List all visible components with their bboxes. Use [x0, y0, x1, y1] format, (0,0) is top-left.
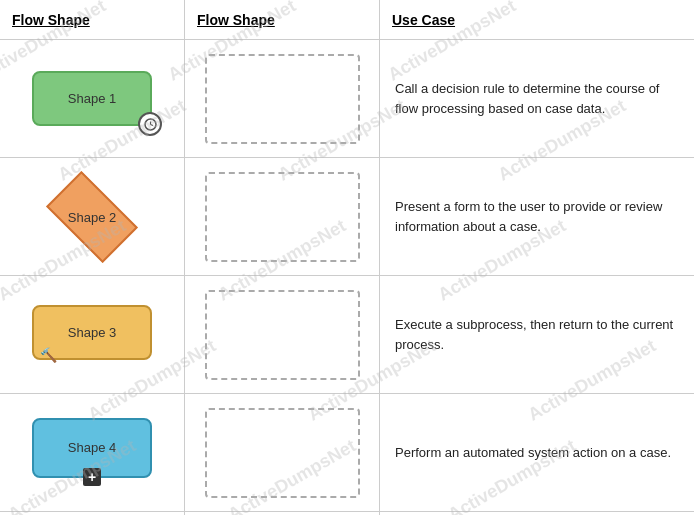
- shape4-plus-icon: +: [83, 468, 101, 486]
- dashed-box-3: [205, 290, 360, 380]
- col-use-case: Use Case Call a decision rule to determi…: [380, 0, 694, 515]
- use-case-cell-3: Execute a subprocess, then return to the…: [380, 276, 694, 394]
- diagram-cell-3: [185, 276, 379, 394]
- shape-cell-1: Shape 1: [0, 40, 184, 158]
- use-case-text-3: Execute a subprocess, then return to the…: [395, 315, 679, 354]
- shape-cell-4: Shape 4 +: [0, 394, 184, 512]
- col-shape-preview: Flow Shape Shape 1 Shap: [0, 0, 185, 515]
- diagram-cell-1: [185, 40, 379, 158]
- right-header: Use Case: [380, 0, 694, 40]
- main-container: Flow Shape Shape 1 Shap: [0, 0, 694, 515]
- middle-header-text: Flow Shape: [197, 12, 275, 28]
- shape2-label: Shape 2: [68, 209, 116, 224]
- shape1-label: Shape 1: [68, 91, 116, 106]
- col-shape-diagram: Flow Shape: [185, 0, 380, 515]
- diagram-cell-4: [185, 394, 379, 512]
- dashed-box-1: [205, 54, 360, 144]
- shape3-wrapper: Shape 3 🔨: [32, 305, 152, 365]
- use-case-text-1: Call a decision rule to determine the co…: [395, 79, 679, 118]
- use-case-cell-1: Call a decision rule to determine the co…: [380, 40, 694, 158]
- shape2-wrapper: Shape 2: [37, 184, 147, 249]
- shape3-hammer-icon: 🔨: [40, 347, 57, 363]
- use-case-text-2: Present a form to the user to provide or…: [395, 197, 679, 236]
- shape4-label: Shape 4: [68, 440, 116, 455]
- diagram-cell-2: [185, 158, 379, 276]
- shape1-clock-icon: [138, 112, 162, 136]
- right-header-text: Use Case: [392, 12, 455, 28]
- middle-header: Flow Shape: [185, 0, 379, 40]
- dashed-box-4: [205, 408, 360, 498]
- use-case-cell-4: Perform an automated system action on a …: [380, 394, 694, 512]
- shape-cell-2: Shape 2: [0, 158, 184, 276]
- left-header-text: Flow Shape: [12, 12, 90, 28]
- shape1-wrapper: Shape 1: [32, 71, 152, 126]
- shape4-wrapper: Shape 4 +: [32, 418, 152, 488]
- shape1: Shape 1: [32, 71, 152, 126]
- shape-cell-3: Shape 3 🔨: [0, 276, 184, 394]
- shape3-label: Shape 3: [68, 325, 116, 340]
- use-case-text-4: Perform an automated system action on a …: [395, 443, 671, 463]
- use-case-cell-2: Present a form to the user to provide or…: [380, 158, 694, 276]
- dashed-box-2: [205, 172, 360, 262]
- left-header: Flow Shape: [0, 0, 184, 40]
